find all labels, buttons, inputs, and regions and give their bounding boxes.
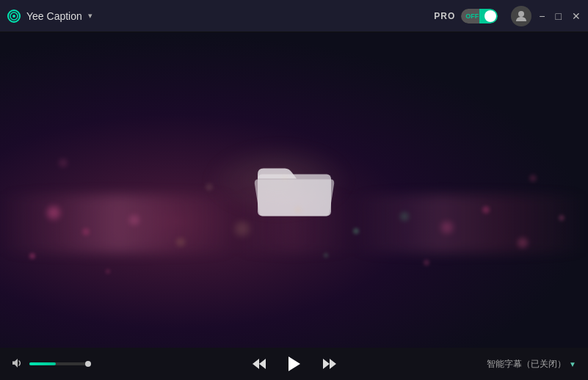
dropdown-arrow-icon[interactable]: ▾ bbox=[88, 11, 92, 21]
app-icon bbox=[7, 10, 21, 23]
bokeh-particle bbox=[441, 222, 453, 233]
caption-section[interactable]: 智能字幕（已关闭） ▼ bbox=[487, 358, 576, 370]
bokeh-particle bbox=[294, 206, 302, 213]
bokeh-particle bbox=[106, 269, 110, 274]
bokeh-particle bbox=[353, 228, 359, 234]
bokeh-particle bbox=[400, 212, 409, 221]
caption-dropdown-icon[interactable]: ▼ bbox=[569, 360, 576, 368]
volume-knob bbox=[85, 361, 91, 367]
video-area[interactable] bbox=[0, 32, 588, 348]
titlebar-left: Yee Caption ▾ bbox=[7, 10, 434, 23]
svg-marker-5 bbox=[259, 359, 266, 369]
volume-fill bbox=[29, 362, 56, 365]
restore-button[interactable]: □ bbox=[556, 11, 562, 21]
titlebar-right: − □ ✕ bbox=[539, 11, 581, 21]
bokeh-particle bbox=[482, 206, 490, 213]
bokeh-particle bbox=[82, 228, 90, 235]
rewind-button[interactable] bbox=[252, 358, 266, 370]
svg-marker-7 bbox=[323, 359, 330, 369]
toggle-label: OFF bbox=[465, 12, 479, 20]
bokeh-particle bbox=[47, 206, 60, 219]
close-button[interactable]: ✕ bbox=[572, 11, 581, 21]
caption-label: 智能字幕（已关闭） bbox=[487, 358, 566, 370]
pro-toggle[interactable]: OFF bbox=[461, 9, 498, 23]
svg-point-1 bbox=[12, 15, 15, 18]
play-button[interactable] bbox=[281, 351, 308, 377]
bokeh-particle bbox=[424, 260, 429, 266]
app-title: Yee Caption bbox=[26, 10, 82, 22]
svg-point-2 bbox=[518, 11, 524, 17]
volume-slider[interactable] bbox=[29, 362, 88, 365]
titlebar: Yee Caption ▾ PRO OFF − □ ✕ bbox=[0, 0, 588, 32]
bokeh-particle bbox=[529, 175, 537, 182]
svg-marker-6 bbox=[288, 357, 300, 371]
bokeh-particle bbox=[518, 238, 528, 248]
bokeh-particle bbox=[324, 253, 328, 257]
svg-marker-4 bbox=[253, 359, 259, 369]
user-avatar[interactable] bbox=[511, 6, 531, 26]
pro-label: PRO bbox=[434, 11, 455, 21]
bokeh-particle bbox=[176, 238, 185, 246]
forward-button[interactable] bbox=[322, 358, 337, 370]
minimize-button[interactable]: − bbox=[539, 11, 545, 21]
toggle-knob bbox=[484, 10, 496, 22]
volume-section bbox=[12, 358, 88, 370]
volume-icon[interactable] bbox=[12, 358, 23, 370]
svg-marker-8 bbox=[330, 359, 336, 369]
playback-controls bbox=[252, 351, 337, 377]
bokeh-particle bbox=[59, 158, 68, 167]
bokeh-particle bbox=[29, 253, 35, 259]
controls-bar: 智能字幕（已关闭） ▼ bbox=[0, 348, 588, 380]
titlebar-center: PRO OFF bbox=[434, 6, 531, 26]
